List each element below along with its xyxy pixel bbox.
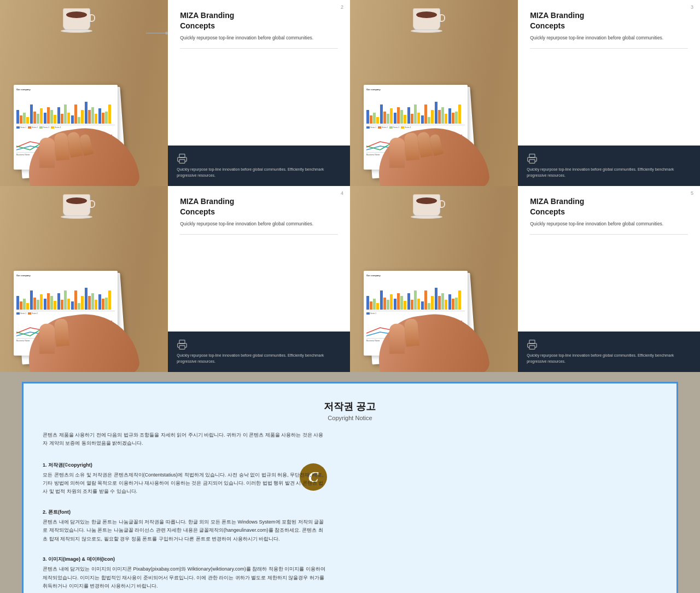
brand-desc-3: Quickly repurpose top-line innovation be…: [180, 220, 338, 228]
divider-3: [180, 234, 338, 235]
copyright-body: 콘텐츠 제품을 사용하기 전에 다음의 법규와 조항들을 자세히 읽어 주시기 …: [43, 431, 327, 593]
brand-desc-4: Quickly repurpose top-line innovation be…: [530, 220, 688, 228]
printer-icon-1: [177, 153, 188, 164]
dark-card-1: Quickly repurpose top-line innovation be…: [168, 146, 350, 186]
section1-body: 모든 콘텐츠의 소유 및 저작권은 콘텐츠제작이(Contentstatius)…: [43, 471, 327, 496]
svg-rect-5: [179, 346, 185, 350]
divider-4: [530, 234, 688, 235]
brand-title-4: MIZA Branding: [530, 197, 688, 206]
coffee-cup-4: [413, 194, 442, 219]
divider-2: [530, 48, 688, 49]
connector-1: [146, 33, 168, 33]
brand-title-1: MIZA Branding: [180, 11, 338, 20]
spacer-4: [43, 590, 327, 593]
slide-number-2: 3: [691, 4, 693, 10]
dark-card-4: Quickly repurpose top-line innovation be…: [518, 332, 700, 372]
brand-desc-1: Quickly repurpose top-line innovation be…: [180, 34, 338, 42]
spacer-1: [43, 448, 327, 454]
spacer-2: [43, 496, 327, 501]
copyright-title-en: Copyright Notice: [43, 415, 657, 421]
coffee-cup-2: [413, 8, 442, 33]
hand-4: [377, 301, 503, 372]
svg-rect-3: [529, 160, 535, 164]
slide-4: Our company Series 1: [350, 186, 700, 372]
spacer-3: [43, 543, 327, 548]
printer-icon-2: [527, 153, 538, 164]
section2-body: 콘텐츠 내에 담겨있는 한글 폰트는 나눔글꼴의 저작권을 따릅니다. 한글 외…: [43, 518, 327, 543]
brand-desc-2: Quickly repurpose top-line innovation be…: [530, 34, 688, 42]
section3-title: 3. 이미지(Image) & 데이터(Icon): [43, 555, 327, 563]
hand-1: [27, 115, 153, 186]
copyright-intro: 콘텐츠 제품을 사용하기 전에 다음의 법규와 조항들을 자세히 읽어 주시기 …: [43, 431, 327, 448]
slide-2: Our company Series 1 Series: [350, 0, 700, 186]
coffee-cup-3: [63, 194, 92, 219]
printer-icon-3: [177, 339, 188, 350]
svg-rect-7: [529, 346, 535, 350]
dark-card-text-4: Quickly repurpose top-line innovation be…: [527, 353, 691, 364]
brand-title-3: MIZA Branding: [180, 197, 338, 206]
slide-1-bg: Our company Seri: [0, 0, 350, 186]
brand-title-2: MIZA Branding: [530, 11, 688, 20]
slide-2-bg: Our company Series 1 Series: [350, 0, 700, 186]
section3-body: 콘텐츠 내에 담겨있는 이미지의 이미지콘 Pixabay(pixabay.co…: [43, 565, 327, 590]
brand-subtitle-4: Concepts: [530, 207, 688, 216]
hand-3: [27, 301, 153, 372]
dark-card-text-1: Quickly repurpose top-line innovation be…: [177, 167, 341, 178]
svg-rect-1: [179, 160, 185, 164]
dark-card-3: Quickly repurpose top-line innovation be…: [168, 332, 350, 372]
dark-card-text-2: Quickly repurpose top-line innovation be…: [527, 167, 691, 178]
coffee-cup-1: [63, 8, 92, 33]
hand-2: [377, 115, 503, 186]
copyright-title-kr: 저작권 공고: [43, 400, 657, 413]
slides-grid: Our company Seri: [0, 0, 700, 372]
slide-1: Our company Seri: [0, 0, 350, 186]
section2-title: 2. 폰트(font): [43, 508, 327, 516]
dark-card-2: Quickly repurpose top-line innovation be…: [518, 146, 700, 186]
copyright-container: 저작권 공고 Copyright Notice 콘텐츠 제품을 사용하기 전에 …: [0, 372, 700, 593]
printer-icon-4: [527, 339, 538, 350]
copyright-section: 저작권 공고 Copyright Notice 콘텐츠 제품을 사용하기 전에 …: [22, 382, 678, 593]
slide-number-3: 4: [341, 190, 343, 196]
slide-number-1: 2: [341, 4, 343, 10]
brand-subtitle-1: Concepts: [180, 21, 338, 30]
brand-subtitle-3: Concepts: [180, 207, 338, 216]
dark-card-text-3: Quickly repurpose top-line innovation be…: [177, 353, 341, 364]
slide-4-bg: Our company Series 1: [350, 186, 700, 372]
slide-3-bg: Our company Series 1 Series: [0, 186, 350, 372]
slide-3: Our company Series 1 Series: [0, 186, 350, 372]
brand-subtitle-2: Concepts: [530, 21, 688, 30]
section1-title: 1. 저작권(©copyright): [43, 461, 327, 469]
slide-number-4: 5: [691, 190, 693, 196]
divider-1: [180, 48, 338, 49]
